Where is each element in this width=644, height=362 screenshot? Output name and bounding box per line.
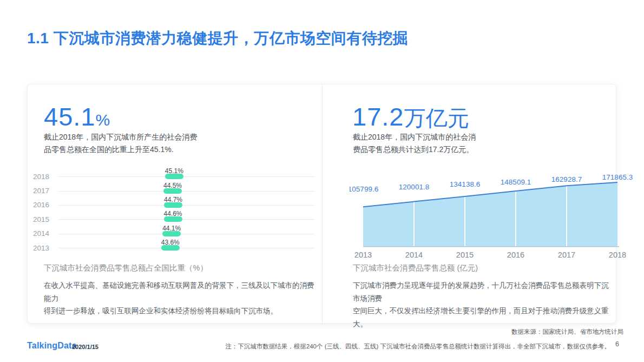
headline-value: 17.2 — [352, 102, 404, 131]
x-axis-label: 2014 — [405, 251, 423, 259]
headline-description: 截止2018年，国内下沉城市所产生的社会消费 品零售总额在全国的比重上升至45.… — [44, 131, 239, 155]
bar-track: 44.6% — [59, 212, 314, 226]
talkingdata-logo: TalkingData — [27, 341, 77, 351]
x-axis-label: 2013 — [354, 251, 372, 259]
track-line — [59, 234, 314, 234]
year-label: 2018 — [33, 173, 54, 181]
area-value-label: 134138.6 — [450, 180, 480, 188]
slide: 1.1 下沉城市消费潜力稳健提升，万亿市场空间有待挖掘 45.1% 截止2018… — [0, 0, 644, 362]
share-bar-chart: 201845.1%201744.5%201644.7%201544.6%2014… — [33, 169, 314, 256]
track-line — [59, 205, 314, 206]
headline-unit: % — [95, 111, 110, 129]
headline-unit: 万亿元 — [404, 106, 469, 130]
headline-total: 17.2万亿元 — [352, 102, 469, 133]
bar-track: 45.1% — [59, 169, 314, 183]
page-number: 6 — [615, 340, 619, 348]
year-label: 2015 — [33, 215, 54, 223]
area-value-label: 120001.8 — [399, 183, 429, 191]
area-fill — [363, 182, 617, 246]
area-value-label: 105799.6 — [350, 185, 378, 193]
bar-value-label: 43.6% — [161, 239, 180, 246]
track-line — [59, 248, 314, 248]
stats-card: 45.1% 截止2018年，国内下沉城市所产生的社会消费 品零售总额在全国的比重… — [27, 84, 616, 324]
bar-value-label: 44.6% — [163, 210, 182, 218]
area-value-label: 162928.7 — [551, 175, 582, 183]
footer-date: 2020/1/15 — [72, 344, 98, 350]
bar-track: 44.5% — [59, 183, 314, 198]
bar-value-label: 44.7% — [164, 196, 182, 203]
area-value-label: 171865.3 — [602, 173, 633, 181]
year-label: 2014 — [33, 229, 54, 238]
bar-value-label: 44.1% — [162, 225, 181, 232]
analysis-text: 下沉城市消费力呈现逐年提升的发展趋势，十几万社会消费品零售总额表明下沉市场消费 … — [353, 279, 614, 331]
headline-value: 45.1 — [44, 102, 95, 131]
area-value-label: 148509.1 — [501, 178, 531, 186]
track-line — [59, 219, 314, 220]
bar-value-label: 44.5% — [163, 182, 182, 189]
bar-row: 201343.6% — [33, 241, 314, 255]
bar-track: 44.7% — [59, 198, 314, 212]
headline-description: 截止2018年，国内下沉城市的社会消 费品零售总额共计达到17.2万亿元。 — [353, 131, 504, 155]
bar-track: 43.6% — [59, 241, 314, 255]
panel-share: 45.1% 截止2018年，国内下沉城市所产生的社会消费 品零售总额在全国的比重… — [28, 84, 322, 323]
headline-share: 45.1% — [44, 102, 110, 131]
chart-caption: 下沉城市社会消费品零售总额 (亿元) — [353, 263, 478, 273]
analysis-text: 在收入水平提高、基础设施完善和移动互联网普及的背景下，三线及以下城市的消费能力 … — [44, 279, 314, 318]
year-label: 2017 — [33, 187, 54, 195]
bar-track: 44.1% — [59, 227, 314, 241]
data-source: 数据来源：国家统计局、省市地方统计局 — [511, 328, 623, 336]
x-axis-label: 2017 — [558, 251, 575, 259]
x-axis-label: 2015 — [456, 251, 474, 259]
footnote: 注：下沉城市数据结果，根据240个 (三线、四线、五线) 下沉城市社会消费品零售… — [225, 343, 610, 351]
page-title: 1.1 下沉城市消费潜力稳健提升，万亿市场空间有待挖掘 — [27, 28, 408, 49]
year-label: 2016 — [33, 201, 54, 209]
retail-area-chart: 105799.6120001.8134138.6148509.1162928.7… — [350, 167, 642, 261]
x-axis-label: 2018 — [609, 251, 626, 259]
x-axis-label: 2016 — [507, 251, 524, 259]
track-line — [59, 191, 314, 192]
panel-total: 17.2万亿元 截止2018年，国内下沉城市的社会消 费品零售总额共计达到17.… — [323, 84, 616, 323]
bar-value-label: 45.1% — [165, 167, 183, 175]
chart-caption: 下沉城市社会消费品零售总额占全国比重（%） — [44, 263, 208, 273]
track-line — [59, 176, 314, 177]
year-label: 2013 — [33, 244, 54, 252]
